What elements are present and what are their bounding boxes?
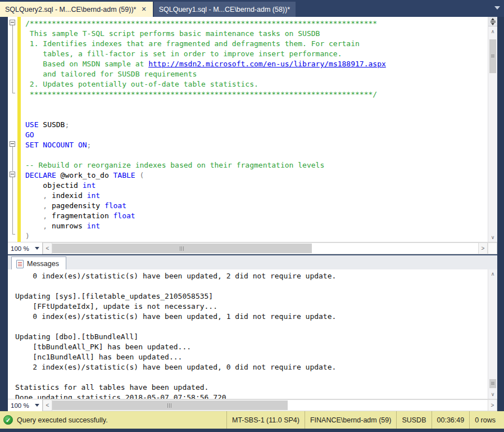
chevron-down-icon (35, 247, 39, 250)
message-line: [FFtUpdateIdx], update is not necessary.… (15, 302, 488, 312)
split-window-handle[interactable] (488, 17, 497, 26)
scroll-right-icon[interactable]: > (488, 399, 497, 411)
message-line: Statistics for all tables have been upda… (15, 382, 488, 393)
editor-hscroll-thumb[interactable] (52, 244, 312, 253)
code-line: , fragmentation float (25, 211, 488, 221)
scroll-down-icon[interactable]: ∨ (488, 390, 497, 399)
fold-region-line (12, 177, 15, 235)
tab-sqlquery1-label: SQLQuery1.sql - M...CE\bernd-adm (58))* (159, 6, 290, 14)
code-line: 2. Updates potentially out-of-date table… (25, 79, 488, 89)
message-line: 0 index(es)/statistic(s) have been updat… (15, 271, 488, 281)
code-line: , pagedensity float (25, 201, 488, 211)
messages-icon (16, 260, 24, 268)
ssms-query-window: SQLQuery2.sql - M...CE\bernd-adm (59))* … (0, 0, 504, 432)
message-line: Updating [dbo].[tbBundleAll] (15, 332, 488, 342)
scroll-down-icon[interactable]: ∨ (488, 233, 497, 242)
status-server: MT-SBS-1 (11.0 SP4) (226, 411, 305, 429)
code-line: 1. Identifies indexes that are fragmente… (25, 39, 488, 49)
close-icon[interactable]: ✕ (140, 6, 147, 13)
fold-collapse-icon[interactable] (10, 141, 15, 147)
messages-vertical-scrollbar[interactable]: ∧ ∨ (488, 269, 497, 399)
messages-hscroll-row: 100 % < > (8, 399, 497, 411)
editor-zoom-select[interactable]: 100 % (8, 242, 43, 254)
code-line: and tailored for SUSDB requirements (25, 69, 488, 79)
status-elapsed-time: 00:36:49 (432, 411, 470, 429)
tab-sqlquery2[interactable]: SQLQuery2.sql - M...CE\bernd-adm (59))* … (0, 2, 153, 17)
code-line: -- Rebuild or reorganize indexes based o… (25, 160, 488, 170)
message-line: Updating [sys].[filetable_updates_210505… (15, 291, 488, 302)
message-line: [nc1BundleAll] has been updated... (15, 352, 488, 362)
code-line: SET NOCOUNT ON; (25, 140, 488, 150)
message-line: 2 index(es)/statistic(s) have been updat… (15, 362, 488, 372)
tab-messages-label: Messages (27, 260, 59, 268)
code-line (25, 110, 488, 120)
editor-vscroll-thumb[interactable] (489, 39, 496, 73)
results-tab-strip: Messages (8, 254, 497, 269)
code-line: objectid int (25, 181, 488, 191)
status-user: FINANCE\bernd-adm (59) (305, 411, 397, 429)
fold-collapse-icon[interactable] (10, 172, 15, 177)
scroll-up-icon[interactable]: ∧ (488, 27, 497, 36)
window-bottom-border (0, 429, 504, 432)
tab-sqlquery1[interactable]: SQLQuery1.sql - M...CE\bernd-adm (58))* (154, 2, 296, 17)
scroll-right-icon[interactable]: > (478, 242, 488, 254)
document-tab-bar: SQLQuery2.sql - M...CE\bernd-adm (59))* … (0, 0, 504, 17)
message-line: [tbBundleAll_PK] has been updated... (15, 342, 488, 352)
code-line: USE SUSDB; (25, 120, 488, 130)
editor-hscroll-row: 100 % < > (8, 242, 497, 254)
tab-sqlquery2-label: SQLQuery2.sql - M...CE\bernd-adm (59))* (5, 6, 136, 14)
editor-hscroll-track[interactable] (52, 242, 478, 254)
code-line: This sample T-SQL script performs basic … (25, 29, 488, 39)
code-line: , numrows int (25, 221, 488, 231)
status-row-count: 0 rows (469, 411, 501, 429)
code-line: /***************************************… (25, 19, 488, 29)
scroll-up-icon[interactable]: ∧ (488, 269, 497, 278)
message-line: 0 index(es)/statistic(s) have been updat… (15, 312, 488, 322)
messages-text[interactable]: 0 index(es)/statistic(s) have been updat… (8, 269, 488, 399)
chevron-down-icon[interactable] (494, 6, 500, 10)
outline-gutter[interactable] (8, 17, 17, 242)
code-line (25, 100, 488, 110)
code-line: ) (25, 231, 488, 241)
status-message: Query executed successfully. (17, 416, 108, 424)
code-line: tables, a fill-factor is set in order to… (25, 49, 488, 59)
message-line (15, 372, 488, 382)
code-lines[interactable]: /***************************************… (21, 17, 488, 242)
sql-editor[interactable]: /***************************************… (8, 17, 497, 242)
status-bar: ✓ Query executed successfully. MT-SBS-1 … (0, 411, 504, 429)
code-line: ****************************************… (25, 89, 488, 100)
scroll-left-icon[interactable]: < (43, 399, 52, 411)
scroll-left-icon[interactable]: < (43, 242, 52, 254)
code-line: DECLARE @work_to_do TABLE ( (25, 170, 488, 181)
scrollbar-corner (488, 242, 497, 254)
fold-collapse-icon[interactable] (10, 20, 15, 25)
messages-zoom-value: 100 % (8, 402, 35, 409)
messages-panel: 0 index(es)/statistic(s) have been updat… (8, 269, 497, 399)
message-line (15, 281, 488, 291)
messages-hscroll-track[interactable] (52, 399, 488, 411)
success-check-icon: ✓ (3, 415, 13, 425)
code-line: Based on MSDN sample at http://msdn2.mic… (25, 59, 488, 69)
message-line (15, 322, 488, 332)
fold-region-line (12, 146, 15, 171)
message-line: Done updating statistics.2018-05-07 07:5… (15, 393, 488, 399)
editor-vertical-scrollbar[interactable]: ∧ ∨ (488, 17, 497, 242)
messages-vscroll-thumb[interactable] (489, 379, 496, 388)
editor-zoom-value: 100 % (8, 245, 35, 252)
code-line: , indexid int (25, 191, 488, 201)
code-line (25, 150, 488, 160)
messages-zoom-select[interactable]: 100 % (8, 399, 43, 411)
code-line: GO (25, 130, 488, 140)
tab-messages[interactable]: Messages (11, 256, 66, 271)
fold-region-line (12, 25, 15, 93)
messages-hscroll-thumb[interactable] (52, 400, 288, 410)
status-database: SUSDB (396, 411, 431, 429)
chevron-down-icon (35, 404, 39, 407)
